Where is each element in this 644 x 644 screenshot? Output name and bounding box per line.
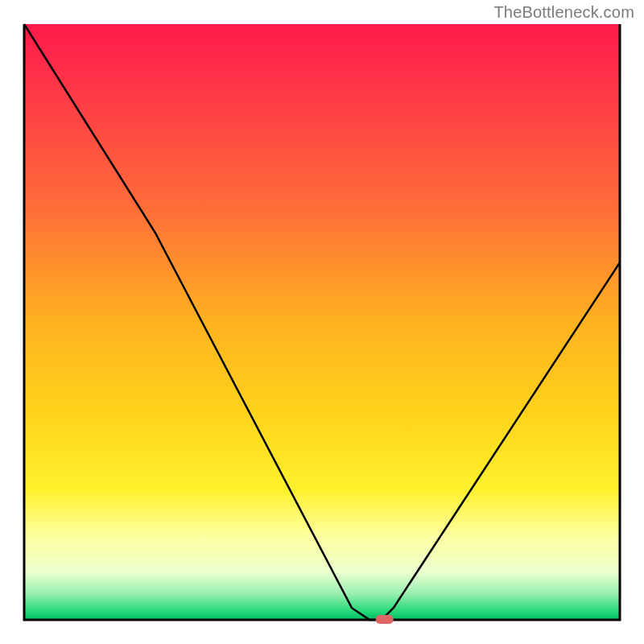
optimal-marker: [376, 615, 394, 624]
chart-stage: TheBottleneck.com: [0, 0, 644, 644]
bottleneck-chart: [0, 0, 644, 644]
plot-background: [24, 24, 620, 620]
